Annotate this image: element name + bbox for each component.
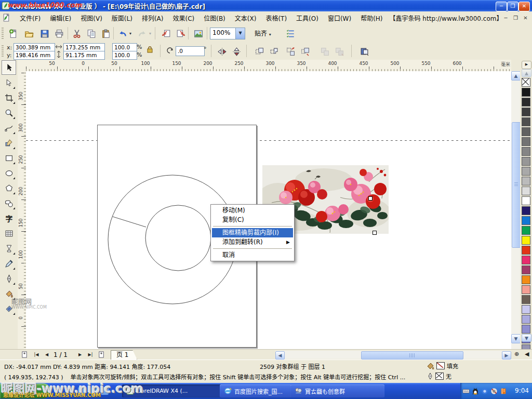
scale-v-field[interactable]: 100.0 — [112, 51, 137, 60]
color-swatch[interactable] — [522, 167, 530, 176]
print-button[interactable] — [52, 26, 66, 41]
interactive-blend-tool[interactable] — [2, 241, 16, 256]
horizontal-scroll-thumb[interactable] — [361, 351, 463, 360]
close-button[interactable]: ✕ — [518, 2, 530, 11]
ellipse-tool[interactable] — [2, 166, 16, 180]
context-menu-item[interactable]: 复制(C) — [212, 215, 293, 224]
menu-item[interactable]: 文本(X) — [230, 12, 261, 24]
taskbar-button[interactable]: 寳ㄊ飝も创意群 — [290, 384, 384, 397]
zoom-level-combo[interactable]: 100% ▼ — [210, 28, 245, 39]
color-swatch[interactable] — [522, 216, 530, 225]
mdi-restore-button[interactable]: ❐ — [511, 14, 520, 22]
open-button[interactable] — [22, 26, 36, 41]
taskbar-button[interactable]: 百度图片搜索_国... — [220, 384, 295, 397]
first-page-button[interactable]: |◀ — [32, 351, 41, 359]
rotation-angle-field[interactable]: .0 — [176, 46, 205, 56]
color-swatch[interactable] — [522, 196, 530, 205]
scroll-down-button[interactable]: ▼ — [511, 334, 521, 343]
color-swatch[interactable] — [522, 256, 530, 264]
navigator-button[interactable]: ⊕ — [514, 351, 519, 357]
menu-item[interactable]: 编辑(E) — [45, 12, 76, 24]
context-menu-item[interactable]: 图框精确剪裁内部(I) — [212, 228, 293, 237]
add-page-end-button[interactable] — [98, 351, 107, 359]
menu-item[interactable]: 位图(B) — [199, 12, 230, 24]
shape-tool[interactable] — [2, 75, 16, 90]
horizontal-scrollbar[interactable]: ◀ ▶ — [275, 351, 511, 359]
menu-item[interactable]: 帮助(H) — [356, 12, 387, 24]
ungroup-all-button[interactable] — [298, 45, 312, 58]
color-swatch[interactable] — [522, 315, 530, 324]
save-button[interactable] — [37, 26, 52, 41]
fill-indicator[interactable]: 填充 — [426, 362, 458, 370]
context-menu-item[interactable]: 取消 — [212, 250, 293, 260]
redo-dropdown[interactable]: ▾ — [149, 31, 151, 36]
freehand-tool[interactable] — [2, 121, 16, 135]
previous-page-button[interactable]: ◀ — [43, 351, 51, 359]
lock-ratio-icon[interactable] — [147, 46, 153, 53]
undo-dropdown[interactable]: ▾ — [129, 31, 131, 36]
combine-button[interactable] — [252, 45, 267, 58]
vertical-scroll-thumb[interactable] — [512, 122, 521, 248]
page-tab[interactable]: 页 1 — [111, 350, 137, 360]
color-swatch[interactable] — [522, 98, 530, 107]
zoom-tool[interactable] — [2, 105, 16, 120]
clock[interactable]: 9:04 — [515, 387, 529, 394]
object-height-field[interactable]: 91.175 mm — [63, 51, 105, 60]
outline-pen-tool[interactable] — [2, 271, 16, 286]
menu-item[interactable]: 版面(L) — [107, 12, 137, 24]
redo-button[interactable] — [135, 26, 150, 41]
color-swatch[interactable] — [522, 187, 530, 195]
options-button[interactable] — [283, 26, 298, 41]
color-swatch[interactable] — [522, 127, 530, 136]
selection-handle[interactable] — [373, 231, 377, 235]
color-swatch[interactable] — [522, 206, 530, 215]
scroll-up-button[interactable]: ▲ — [511, 71, 521, 81]
mdi-close-button[interactable]: ✕ — [521, 14, 530, 22]
object-y-field[interactable]: 198.416 mm — [14, 51, 55, 60]
to-front-button[interactable] — [357, 45, 371, 58]
crop-tool[interactable] — [2, 90, 16, 105]
menu-item[interactable]: 效果(C) — [168, 12, 199, 24]
color-swatch[interactable] — [522, 325, 530, 334]
color-swatch[interactable] — [522, 177, 530, 185]
text-tool[interactable]: 字 — [2, 211, 16, 225]
palette-flyout-button[interactable]: ▶ — [522, 61, 531, 69]
group-all-button[interactable] — [332, 45, 347, 58]
ungroup-button[interactable] — [284, 45, 298, 58]
color-swatch[interactable] — [522, 275, 530, 284]
mdi-minimize-button[interactable]: ─ — [501, 14, 510, 22]
scroll-right-button[interactable]: ▶ — [502, 351, 511, 360]
paste-button[interactable] — [99, 26, 113, 41]
toolbar-grip[interactable] — [2, 45, 4, 57]
context-menu-item[interactable]: 移动(M) — [212, 206, 293, 215]
menu-item[interactable]: 工具(O) — [291, 12, 323, 24]
restore-button[interactable]: ❐ — [507, 2, 518, 11]
color-swatch[interactable] — [522, 157, 530, 166]
no-color-swatch[interactable] — [522, 78, 530, 87]
minimize-button[interactable]: ─ — [496, 2, 507, 11]
palette-scroll-down[interactable]: ▼ — [522, 334, 531, 342]
menu-item[interactable]: 文件(F) — [15, 12, 45, 24]
color-swatch[interactable] — [522, 137, 530, 146]
zoom-combo-arrow[interactable]: ▼ — [235, 28, 245, 39]
group-button[interactable] — [318, 45, 332, 58]
copy-button[interactable] — [84, 26, 99, 41]
mirror-horizontal-button[interactable] — [215, 45, 229, 58]
qq-tray-icon[interactable] — [472, 388, 479, 395]
toolbar-grip[interactable] — [2, 28, 4, 39]
color-swatch[interactable] — [522, 246, 530, 255]
cut-button[interactable] — [70, 26, 84, 41]
messenger-tray-icon[interactable] — [481, 388, 488, 395]
rectangle-tool[interactable] — [2, 151, 16, 165]
context-menu-item[interactable]: 添加到翻转(R)▶ — [212, 237, 293, 247]
color-swatch[interactable] — [522, 108, 530, 116]
dictionary-tray-icon[interactable] — [500, 388, 507, 395]
application-launcher-button[interactable] — [191, 26, 206, 41]
eyedropper-tool[interactable] — [2, 256, 16, 271]
antivirus-tray-icon[interactable] — [490, 388, 498, 395]
basic-shapes-tool[interactable] — [2, 196, 16, 210]
menu-item[interactable]: 排列(A) — [137, 12, 168, 24]
color-swatch[interactable] — [522, 295, 530, 304]
export-button[interactable] — [174, 26, 188, 41]
color-swatch[interactable] — [522, 265, 530, 274]
